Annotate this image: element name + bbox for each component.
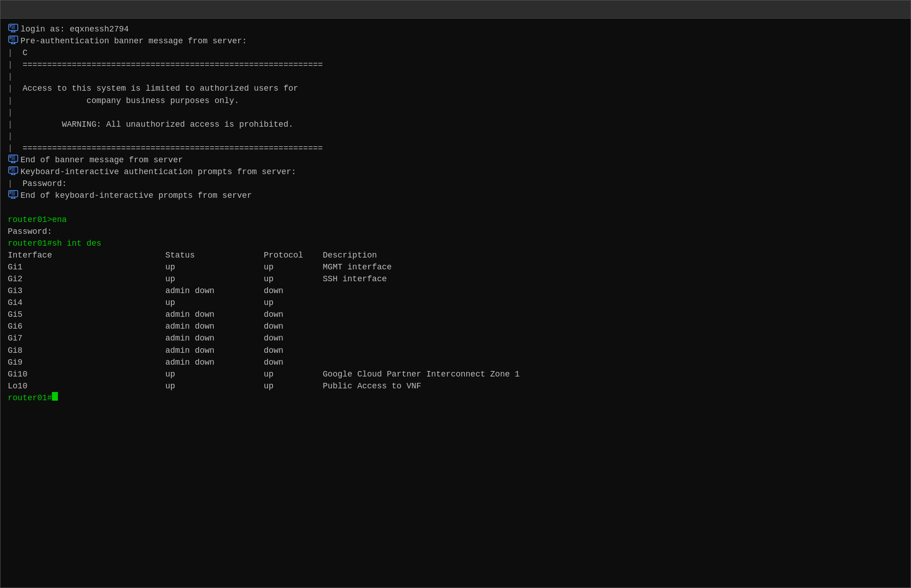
terminal-line: Gi2 up up SSH interface (8, 273, 903, 285)
svg-rect-30 (10, 191, 11, 192)
cursor (52, 392, 58, 401)
table-row: Gi5 admin down down (8, 309, 323, 320)
pipe-char: | (8, 107, 18, 119)
terminal-line: Lo10 up up Public Access to VNF (8, 380, 903, 392)
terminal-text: company business purposes only. (18, 95, 239, 107)
terminal-line: | WARNING: All unauthorized access is pr… (8, 119, 903, 130)
terminal-text: Keyboard-interactive authentication prom… (21, 166, 296, 178)
svg-rect-31 (10, 193, 11, 194)
terminal-line: Pre-authentication banner message from s… (8, 35, 903, 47)
svg-rect-15 (11, 155, 15, 160)
table-row: Gi9 admin down down (8, 356, 323, 368)
svg-rect-22 (11, 167, 15, 172)
terminal-line: | ======================================… (8, 59, 903, 71)
terminal-line: Gi1 up up MGMT interface (8, 261, 903, 273)
terminal-line: Gi10 up up Google Cloud Partner Intercon… (8, 368, 903, 380)
terminal-text: WARNING: All unauthorized access is proh… (18, 119, 293, 130)
svg-rect-10 (10, 38, 11, 39)
terminal-line: Gi6 admin down down (8, 320, 903, 332)
prompt-text: router01>ena (8, 214, 67, 226)
terminal-line: router01# (8, 392, 903, 404)
title-bar (0, 0, 911, 19)
pipe-char: | (8, 130, 18, 142)
table-row: Gi3 admin down down (8, 285, 323, 297)
terminal-text: Password: (18, 178, 67, 190)
terminal-line (8, 404, 903, 416)
pipe-char: | (8, 83, 18, 94)
terminal-line: End of keyboard-interactive prompts from… (8, 190, 903, 201)
window-controls (868, 5, 905, 15)
svg-rect-23 (10, 168, 11, 169)
table-row: Gi7 admin down down (8, 332, 323, 344)
svg-rect-9 (10, 37, 11, 38)
terminal-text: login as: eqxnessh2794 (21, 23, 129, 35)
terminal-text: Pre-authentication banner message from s… (21, 35, 247, 47)
table-header: Interface Status Protocol Description (8, 249, 377, 261)
terminal-line: | Access to this system is limited to au… (8, 83, 903, 94)
close-button[interactable] (895, 5, 905, 15)
terminal-line: router01>ena (8, 214, 903, 226)
terminal-output[interactable]: login as: eqxnessh2794 Pre-authenticatio… (0, 19, 911, 588)
table-row: Lo10 up up Public Access to VNF (8, 380, 421, 392)
table-row: Gi1 up up MGMT interface (8, 261, 392, 273)
terminal-line: router01#sh int des (8, 237, 903, 249)
terminal-line: Password: (8, 226, 903, 237)
terminal-line: | C (8, 47, 903, 59)
pipe-char: | (8, 178, 18, 190)
terminal-text: End of keyboard-interactive prompts from… (21, 190, 252, 201)
table-row: Gi2 up up SSH interface (8, 273, 387, 285)
terminal-line: login as: eqxnessh2794 (8, 23, 903, 35)
table-row: Gi6 admin down down (8, 320, 323, 332)
putty-window: login as: eqxnessh2794 Pre-authenticatio… (0, 0, 911, 588)
putty-icon (8, 35, 20, 45)
terminal-line: | (8, 71, 903, 83)
maximize-button[interactable] (881, 5, 891, 15)
table-row: Gi8 admin down down (8, 345, 323, 356)
terminal-line: Gi3 admin down down (8, 285, 903, 297)
putty-icon (8, 154, 20, 164)
svg-rect-2 (10, 25, 11, 26)
pipe-char: | (8, 95, 18, 107)
svg-rect-24 (10, 169, 11, 170)
terminal-text: ========================================… (18, 59, 323, 71)
terminal-line: Gi8 admin down down (8, 345, 903, 356)
terminal-line: Gi7 admin down down (8, 332, 903, 344)
prompt-text: router01#sh int des (8, 237, 101, 249)
terminal-text: ========================================… (18, 142, 323, 154)
terminal-line: Gi5 admin down down (8, 309, 903, 320)
terminal-line: | (8, 107, 903, 119)
terminal-text: End of banner message from server (21, 154, 183, 166)
terminal-line (8, 416, 903, 428)
table-row: Gi4 up up (8, 297, 323, 309)
svg-rect-17 (10, 157, 11, 158)
terminal-line (8, 201, 903, 213)
table-row: Gi10 up up Google Cloud Partner Intercon… (8, 368, 520, 380)
terminal-line: Keyboard-interactive authentication prom… (8, 166, 903, 178)
terminal-line: Interface Status Protocol Description (8, 249, 903, 261)
terminal-text: C (18, 47, 28, 59)
prompt-text: router01# (8, 392, 52, 404)
terminal-text: Access to this system is limited to auth… (18, 83, 299, 94)
putty-icon (8, 166, 20, 176)
terminal-line: Gi4 up up (8, 297, 903, 309)
putty-icon (8, 23, 20, 33)
terminal-line: | company business purposes only. (8, 95, 903, 107)
terminal-line: End of banner message from server (8, 154, 903, 166)
svg-rect-1 (11, 25, 15, 29)
terminal-line: Gi9 admin down down (8, 356, 903, 368)
pipe-char: | (8, 71, 18, 83)
putty-icon (8, 190, 20, 200)
minimize-button[interactable] (868, 5, 878, 15)
pipe-char: | (8, 47, 18, 59)
terminal-text: Password: (8, 226, 52, 237)
svg-rect-16 (10, 156, 11, 157)
pipe-char: | (8, 59, 18, 71)
svg-rect-29 (11, 191, 15, 196)
svg-rect-8 (11, 36, 15, 41)
pipe-char: | (8, 119, 18, 130)
svg-rect-3 (10, 26, 11, 27)
terminal-line: | (8, 130, 903, 142)
terminal-line: | Password: (8, 178, 903, 190)
terminal-line: | ======================================… (8, 142, 903, 154)
pipe-char: | (8, 142, 18, 154)
